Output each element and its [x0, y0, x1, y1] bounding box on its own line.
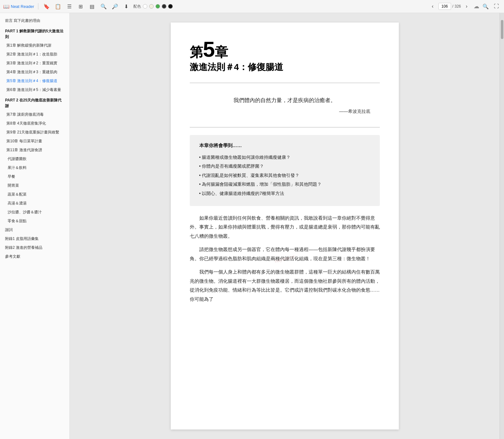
quote-block: 我們體內的自然力量，才是疾病的治癒者。 ——希波克拉底: [190, 89, 380, 121]
sidebar-item-part2[interactable]: PART 2 在25天內徹底改善新陳代謝: [0, 95, 69, 110]
main-layout: 前言 寫下此書的理由PART 1 解救新陳代謝的5大激進法則第1章 解救緩慢的新…: [0, 13, 504, 439]
color-cream[interactable]: [149, 4, 154, 9]
divider-bottom: [190, 127, 380, 127]
sidebar-item-preface[interactable]: 前言 寫下此書的理由: [0, 16, 69, 25]
toolbar: 📖 Neat Reader 🔖 📋 ☰ ⊞ ▤ 🔍 🔎 ⬇ 配色 ‹ 106 /…: [0, 0, 504, 13]
app-name: Neat Reader: [11, 4, 34, 9]
bookmark-btn[interactable]: 🔖: [42, 2, 51, 11]
chapter-prefix: 第: [190, 45, 203, 60]
sidebar-item-thanks[interactable]: 謝詞: [0, 225, 69, 234]
book-page: 第5章 激進法則＃4：修復腸道 我們體內的自然力量，才是疾病的治癒者。 ——希波…: [171, 23, 399, 429]
sidebar-item-ch10[interactable]: 第10章 每日菜單計畫: [0, 137, 69, 145]
content-area: 第5章 激進法則＃4：修復腸道 我們體內的自然力量，才是疾病的治癒者。 ——希波…: [70, 13, 500, 439]
copy-btn[interactable]: 📋: [54, 2, 62, 11]
quote-text: 我們體內的自然力量，才是疾病的治癒者。: [199, 96, 370, 106]
sidebar-item-starter[interactable]: 開胃菜: [0, 181, 69, 190]
grid-btn[interactable]: ⊞: [76, 2, 85, 11]
next-page-btn[interactable]: ›: [462, 2, 471, 11]
sidebar-item-soup[interactable]: 高湯＆濃湯: [0, 199, 69, 208]
app-brand: 📖 Neat Reader: [3, 3, 34, 10]
sidebar-item-ch7[interactable]: 第7章 讓廚房徹底消毒: [0, 110, 69, 119]
page-total: 326: [455, 4, 461, 9]
body-para-1: 如果你最近曾讀到任何與飲食、營養相關的資訊，我敢說看到這一章你絕對不覺得意外。事…: [190, 214, 380, 241]
search-btn[interactable]: 🔍: [99, 2, 108, 11]
sidebar-item-ch6[interactable]: 第6章 激進法則＃5：減少毒素量: [0, 85, 69, 94]
infobox-item-2: 你體內是否有纖瘦菌或肥胖菌？: [199, 162, 370, 171]
sidebar-item-veggie[interactable]: 蔬菜＆配菜: [0, 190, 69, 199]
download-btn[interactable]: ⬇: [122, 2, 131, 11]
color-section: 配色: [133, 4, 173, 9]
sidebar-item-ch3[interactable]: 第3章 激進法則＃2：重置鐵實: [0, 59, 69, 68]
sidebar-item-breakfast[interactable]: 早餐: [0, 172, 69, 181]
sidebar-item-ch11[interactable]: 第11章 激進代謝食譜: [0, 145, 69, 154]
infobox-item-1: 腸道菌種或微生物叢如何讓你維持纖瘦健康？: [199, 153, 370, 162]
chapter-heading: 第5章: [190, 38, 380, 60]
app-icon: 📖: [3, 3, 10, 10]
quote-author: ——希波克拉底: [199, 109, 370, 114]
menu-btn[interactable]: ☰: [65, 2, 74, 11]
sidebar-item-appendix2[interactable]: 附錄2 激進的營養補品: [0, 243, 69, 252]
right-scrollbar: [500, 13, 504, 439]
color-black[interactable]: [168, 4, 173, 9]
search-right-btn[interactable]: 🔍: [481, 2, 490, 11]
chapter-number: 5: [203, 37, 215, 61]
sidebar-item-refs[interactable]: 參考文獻: [0, 252, 69, 261]
fullscreen-btn[interactable]: ⛶: [492, 2, 501, 11]
sidebar-item-ch5[interactable]: 第5章 激進法則＃4：修復腸道: [0, 76, 69, 85]
color-dark[interactable]: [162, 4, 166, 9]
body-content: 如果你最近曾讀到任何與飲食、營養相關的資訊，我敢說看到這一章你絕對不覺得意外。事…: [190, 214, 380, 304]
sidebar-item-juices[interactable]: 果汁＆飲料: [0, 163, 69, 172]
color-green[interactable]: [156, 4, 160, 9]
infobox-item-4: 為何腸漏會阻礙減重和燃脂，增加「假性脂肪」和其他問題？: [199, 180, 370, 189]
infobox-item-5: 以開心、健康腸道維持纖瘦的7種簡單方法: [199, 189, 370, 198]
toolbar-right: ☁ 🔍 ⛶: [474, 2, 501, 11]
infobox-item-3: 代謝混亂是如何被麩質、凝集素和其他食物引發？: [199, 171, 370, 180]
sidebar-item-ch9[interactable]: 第9章 21天徹底重振計畫與維繫: [0, 128, 69, 137]
scrollbar-thumb[interactable]: [501, 20, 503, 39]
sidebar-item-part1[interactable]: PART 1 解救新陳代謝的5大激進法則: [0, 26, 69, 41]
divider-top: [190, 83, 380, 83]
page-input[interactable]: 106: [438, 3, 451, 10]
prev-page-btn[interactable]: ‹: [428, 2, 437, 11]
toolbar-divider: [38, 3, 38, 10]
sidebar-item-snack[interactable]: 零食＆甜點: [0, 216, 69, 225]
sidebar-item-salad[interactable]: 沙拉醬、沙醬＆醬汁: [0, 208, 69, 216]
sidebar-item-ch8[interactable]: 第8章 4天徹底密集淨化: [0, 119, 69, 128]
search2-btn[interactable]: 🔎: [111, 2, 119, 11]
chapter-suffix: 章: [215, 45, 228, 60]
sidebar: 前言 寫下此書的理由PART 1 解救新陳代謝的5大激進法則第1章 解救緩慢的新…: [0, 13, 70, 439]
color-label: 配色: [133, 4, 141, 9]
body-para-2: 請把微生物叢想成另一個器官，它在體內每一種過程——包括新陳代謝幾乎都扮演要角。你…: [190, 245, 380, 263]
page-separator: /: [452, 4, 453, 9]
cloud-icon: ☁: [474, 3, 479, 10]
chapter-title: 激進法則＃4：修復腸道: [190, 61, 380, 73]
sidebar-item-drinks[interactable]: 代謝醬菌飲: [0, 154, 69, 163]
list-btn[interactable]: ▤: [88, 2, 97, 11]
infobox-title: 本章你將會學到……: [199, 143, 370, 149]
sidebar-item-appendix1[interactable]: 附錄1 皮脂用語彙集: [0, 234, 69, 243]
sidebar-item-ch2[interactable]: 第2章 激進法則＃1：改造脂肪: [0, 50, 69, 59]
body-para-3: 我們每一個人身上和體內都有多元的微生物叢群體，這種單一巨大的結構內住有數百萬兆的…: [190, 268, 380, 304]
info-box: 本章你將會學到…… 腸道菌種或微生物叢如何讓你維持纖瘦健康？ 你體內是否有纖瘦菌…: [190, 135, 380, 206]
sidebar-item-ch1[interactable]: 第1章 解救緩慢的新陳代謝: [0, 41, 69, 50]
page-navigation: ‹ 106 / 326 ›: [428, 2, 471, 11]
sidebar-item-ch4[interactable]: 第4章 激進法則＃3：重建肌肉: [0, 68, 69, 76]
color-white[interactable]: [143, 4, 147, 9]
